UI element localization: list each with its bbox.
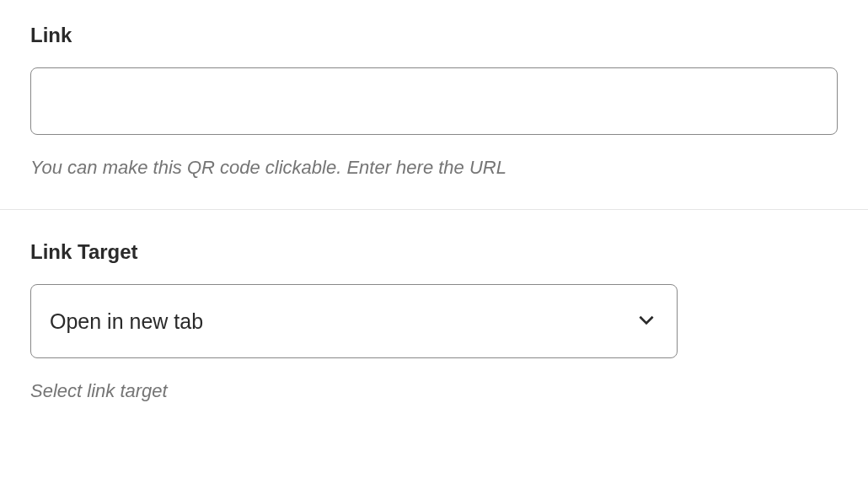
link-label: Link	[30, 24, 838, 47]
link-target-label: Link Target	[30, 240, 838, 264]
link-target-select-wrapper: Open in new tab	[30, 284, 678, 358]
link-target-selected-value: Open in new tab	[50, 309, 203, 334]
link-target-section: Link Target Open in new tab Select link …	[0, 210, 868, 432]
link-input[interactable]	[30, 67, 838, 135]
link-target-select[interactable]: Open in new tab	[30, 284, 678, 358]
link-target-help-text: Select link target	[30, 380, 838, 402]
link-help-text: You can make this QR code clickable. Ent…	[30, 157, 838, 179]
link-section: Link You can make this QR code clickable…	[0, 0, 868, 209]
